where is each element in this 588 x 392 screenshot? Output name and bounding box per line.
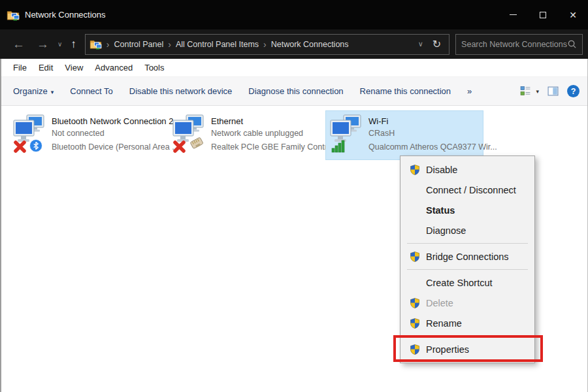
breadcrumb-control-panel[interactable]: Control Panel: [114, 40, 164, 49]
context-menu-item-disable[interactable]: Disable: [400, 159, 534, 180]
rename-connection-button[interactable]: Rename this connection: [360, 86, 451, 96]
views-caret-icon[interactable]: ▾: [536, 88, 539, 95]
context-menu-item-status[interactable]: Status: [400, 200, 534, 220]
organize-button[interactable]: Organize▾: [13, 86, 54, 96]
network-connections-window: Network Connections ✕ ← → ∨ ↑ › Control …: [0, 0, 588, 392]
breadcrumb-chevron: ›: [102, 39, 114, 50]
ethernet-adapter-icon: [172, 114, 205, 154]
context-menu-item-delete: Delete: [400, 293, 534, 313]
window-controls: ✕: [498, 0, 588, 29]
preview-pane-icon[interactable]: [547, 86, 559, 97]
menu-bar: File Edit View Advanced Tools: [1, 59, 587, 77]
context-menu-item-create-shortcut[interactable]: Create Shortcut: [400, 272, 534, 293]
breadcrumb-all-control-panel-items[interactable]: All Control Panel Items: [176, 40, 259, 49]
connection-item-ethernet[interactable]: Ethernet Network cable unplugged Realtek…: [169, 111, 324, 159]
uac-shield-icon: [410, 318, 420, 329]
uac-shield-icon: [410, 252, 420, 262]
connection-name: Wi-Fi: [368, 116, 480, 127]
address-dropdown-icon[interactable]: ∨: [413, 40, 429, 48]
uac-shield-icon: [410, 298, 420, 308]
refresh-icon[interactable]: ↻: [429, 38, 445, 50]
connection-name: Ethernet: [211, 116, 321, 127]
uac-shield-icon: [410, 165, 420, 175]
wifi-adapter-icon: [330, 114, 363, 154]
search-box[interactable]: Search Network Connections: [455, 34, 583, 55]
help-button[interactable]: ?: [567, 85, 580, 97]
connections-list: Bluetooth Network Connection 2 Not conne…: [1, 106, 587, 392]
connection-name: Bluetooth Network Connection 2: [52, 116, 163, 127]
annotation-highlight-properties: [393, 335, 543, 362]
maximize-icon: [540, 12, 546, 18]
context-menu-item-connect-disconnect[interactable]: Connect / Disconnect: [400, 180, 534, 200]
bluetooth-adapter-icon: [13, 114, 46, 154]
forward-button[interactable]: →: [31, 38, 55, 50]
context-menu: Disable Connect / Disconnect Status Diag…: [400, 155, 535, 363]
back-button[interactable]: ←: [7, 38, 31, 50]
search-icon: [567, 39, 577, 49]
up-button[interactable]: ↑: [65, 39, 82, 50]
menu-view[interactable]: View: [59, 63, 89, 73]
toolbar-overflow-chevron[interactable]: »: [467, 86, 472, 96]
breadcrumb-chevron: ›: [259, 39, 271, 50]
close-icon: ✕: [569, 10, 577, 20]
organize-caret-icon: ▾: [51, 89, 54, 95]
connection-item-wifi[interactable]: Wi-Fi CRasH Qualcomm Atheros QCA9377 Wir…: [326, 111, 483, 159]
connection-status: CRasH: [368, 127, 480, 140]
menu-advanced[interactable]: Advanced: [89, 63, 139, 73]
menu-edit[interactable]: Edit: [33, 63, 59, 73]
title-bar: Network Connections ✕: [0, 0, 588, 29]
search-placeholder: Search Network Connections: [461, 40, 567, 49]
diagnose-connection-button[interactable]: Diagnose this connection: [248, 86, 343, 96]
maximize-button[interactable]: [528, 0, 558, 29]
minimize-button[interactable]: [498, 0, 528, 29]
views-icon[interactable]: [520, 86, 531, 97]
menu-separator: [407, 269, 528, 270]
close-button[interactable]: ✕: [558, 0, 588, 29]
disable-device-button[interactable]: Disable this network device: [129, 86, 233, 96]
location-icon: [90, 39, 102, 50]
recent-pages-dropdown[interactable]: ∨: [55, 41, 65, 48]
connection-status: Not connected: [52, 127, 163, 140]
command-toolbar: Organize▾ Connect To Disable this networ…: [1, 77, 587, 106]
window-body: File Edit View Advanced Tools Organize▾ …: [0, 59, 588, 392]
connection-device: Bluetooth Device (Personal Area ...: [52, 140, 163, 154]
context-menu-item-diagnose[interactable]: Diagnose: [400, 220, 534, 240]
connection-status: Network cable unplugged: [211, 127, 321, 140]
connection-device: Qualcomm Atheros QCA9377 Wir...: [368, 140, 480, 154]
connection-item-bluetooth[interactable]: Bluetooth Network Connection 2 Not conne…: [9, 111, 166, 159]
connect-to-button[interactable]: Connect To: [70, 86, 113, 96]
context-menu-item-bridge-connections[interactable]: Bridge Connections: [400, 246, 534, 267]
menu-file[interactable]: File: [7, 63, 33, 73]
context-menu-item-rename[interactable]: Rename: [400, 313, 534, 333]
navigation-bar: ← → ∨ ↑ › Control Panel › All Control Pa…: [0, 29, 588, 59]
minimize-icon: [510, 14, 517, 15]
window-title: Network Connections: [25, 10, 106, 20]
breadcrumb-network-connections[interactable]: Network Connections: [271, 40, 349, 49]
network-folder-icon: [7, 9, 20, 21]
connection-device: Realtek PCIe GBE Family Controller: [211, 140, 321, 154]
menu-separator: [407, 243, 528, 244]
breadcrumb-chevron: ›: [163, 39, 176, 50]
menu-tools[interactable]: Tools: [139, 63, 170, 73]
address-bar[interactable]: › Control Panel › All Control Panel Item…: [85, 34, 449, 55]
help-icon: ?: [571, 87, 576, 96]
